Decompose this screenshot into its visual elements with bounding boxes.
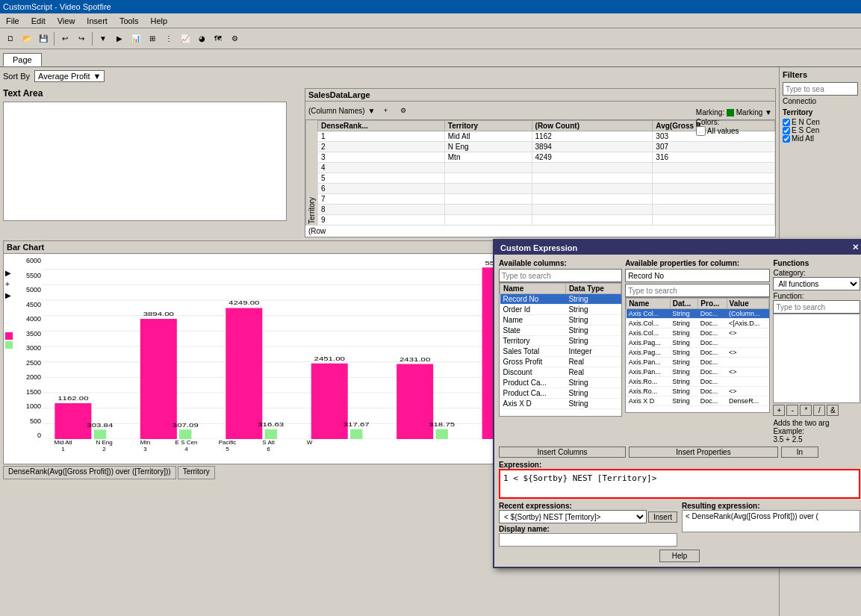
prop-row-9[interactable]: Axis X DStringDoc...DenseR... xyxy=(627,396,769,406)
toolbar-btn-undo[interactable]: ↩ xyxy=(57,31,72,46)
chart-icon-minus[interactable]: ▶ xyxy=(5,291,16,299)
avail-props-label: Available properties for column: xyxy=(625,259,770,267)
props-list[interactable]: Name Dat... Pro... Value Axis Col...Stri… xyxy=(625,297,770,413)
recent-insert-btn[interactable]: Insert xyxy=(648,511,677,523)
col-add-btn[interactable]: + xyxy=(378,103,393,118)
col-row-territory[interactable]: TerritoryString xyxy=(500,336,621,346)
col-row-orderid[interactable]: Order IdString xyxy=(500,305,621,315)
category-dropdown[interactable]: All functions xyxy=(773,277,860,290)
x-label-satl: S Atl6 xyxy=(248,439,289,452)
display-name-input[interactable] xyxy=(499,533,677,547)
function-list[interactable] xyxy=(773,314,860,403)
function-search-input[interactable] xyxy=(773,300,860,314)
help-btn[interactable]: Help xyxy=(659,550,700,562)
menu-bar: File Edit View Insert Tools Help xyxy=(0,13,861,28)
col-names-arrow[interactable]: ▼ xyxy=(368,107,376,115)
prop-search-input[interactable] xyxy=(625,284,770,297)
prop-row-0[interactable]: Axis Col...StringDoc...(Column... xyxy=(627,309,769,319)
column-list[interactable]: Name Data Type Record NoString Order IdS… xyxy=(499,282,622,417)
menu-insert[interactable]: Insert xyxy=(81,15,114,27)
column-search-input[interactable] xyxy=(499,269,622,282)
filter-cb-midat[interactable] xyxy=(783,135,790,143)
col-row-salestotal[interactable]: Sales TotalInteger xyxy=(500,346,621,357)
y-label-4500: 4500 xyxy=(26,301,41,308)
dialog-bottom-row: Recent expressions: < ${Sortby} NEST [Te… xyxy=(499,502,860,547)
sort-dropdown[interactable]: Average Profit ▼ xyxy=(34,70,105,82)
expression-input[interactable]: 1 < ${Sortby} NEST [Territory]> xyxy=(499,469,860,499)
toolbar-btn-mark[interactable]: ▶ xyxy=(112,31,127,46)
col-row-discount[interactable]: DiscountReal xyxy=(500,367,621,378)
toolbar-btn-filter[interactable]: ▼ xyxy=(96,31,111,46)
recent-dropdown[interactable]: < ${Sortby} NEST [Territory]> xyxy=(499,510,647,523)
prop-row-6[interactable]: Axis.Pan...StringDoc...<> xyxy=(627,367,769,377)
toolbar-btn-settings[interactable]: ⚙ xyxy=(227,31,242,46)
toolbar-btn-save[interactable]: 💾 xyxy=(36,31,51,46)
toolbar-btn-new[interactable]: 🗋 xyxy=(3,31,18,46)
insert-columns-btn[interactable]: Insert Columns xyxy=(499,447,626,458)
prop-row-3[interactable]: Axis.Pag...StringDoc... xyxy=(627,338,769,348)
col-row-name[interactable]: NameString xyxy=(500,315,621,326)
op-amp[interactable]: & xyxy=(827,405,839,416)
upper-sections: Text Area SalesDataLarge (Column Names) … xyxy=(3,88,776,237)
menu-edit[interactable]: Edit xyxy=(25,15,52,27)
prop-row-4[interactable]: Axis.Pag...StringDoc...<> xyxy=(627,348,769,358)
col-row-productca1[interactable]: Product Ca...String xyxy=(500,378,621,388)
dialog-help-row: Help xyxy=(499,550,860,562)
filter-cb-escen[interactable] xyxy=(783,127,790,134)
toolbar-btn-line[interactable]: 📈 xyxy=(178,31,193,46)
filter-cb-encen[interactable] xyxy=(783,119,790,126)
legend-green-box xyxy=(5,341,13,349)
in-btn[interactable]: In xyxy=(781,447,818,458)
toolbar: 🗋 📂 💾 ↩ ↪ ▼ ▶ 📊 ⊞ ⋮ 📈 ◕ 🗺 ⚙ xyxy=(0,28,861,49)
filter-item-encen: E N Cen xyxy=(783,118,858,126)
col-row-recordno[interactable]: Record NoString xyxy=(500,294,621,305)
resulting-expr-section: Resulting expression: < DenseRank(Avg([G… xyxy=(682,502,860,547)
sales-toolbar: (Column Names) ▼ + ⚙ Marking: Marking ▼ xyxy=(305,102,775,120)
toolbar-btn-table[interactable]: ⊞ xyxy=(145,31,160,46)
chart-icon-expand[interactable]: ▶ xyxy=(5,269,16,277)
col-row-productca2[interactable]: Product Ca...String xyxy=(500,388,621,399)
col-settings-btn[interactable]: ⚙ xyxy=(396,103,411,118)
column-names-label[interactable]: (Column Names) xyxy=(308,107,365,115)
prop-row-5[interactable]: Axis.Pan...StringDoc... xyxy=(627,358,769,367)
toolbar-btn-redo[interactable]: ↪ xyxy=(74,31,89,46)
dialog-close-icon[interactable]: ✕ xyxy=(852,243,859,252)
col-row-axisxd[interactable]: Axis X DString xyxy=(500,399,621,409)
op-minus[interactable]: - xyxy=(786,405,798,416)
op-multiply[interactable]: * xyxy=(800,405,812,416)
menu-file[interactable]: File xyxy=(0,15,25,27)
y-label-3000: 3000 xyxy=(26,344,41,352)
col-row-grossprofit[interactable]: Gross ProfitReal xyxy=(500,357,621,367)
bottom-tab-1[interactable]: DenseRank(Avg([Gross Profit])) over ([Te… xyxy=(3,466,176,479)
prop-column-input[interactable] xyxy=(625,269,770,282)
prop-row-1[interactable]: Axis.Col...StringDoc...<[Axis.D... xyxy=(627,319,769,329)
toolbar-btn-pie[interactable]: ◕ xyxy=(194,31,209,46)
toolbar-btn-open[interactable]: 📂 xyxy=(19,31,34,46)
col-row-state[interactable]: StateString xyxy=(500,326,621,336)
prop-row-8[interactable]: Axis.Ro...StringDoc...<> xyxy=(627,387,769,396)
filters-title: Filters xyxy=(783,70,858,79)
bar-pacific-green xyxy=(435,429,447,439)
insert-props-btn[interactable]: Insert Properties xyxy=(629,447,778,458)
filter-search-input[interactable] xyxy=(783,82,858,96)
bar-mtn-pink xyxy=(226,308,262,439)
title-text: CustomScript - Video Spotfire xyxy=(3,2,111,11)
chart-icon-plus[interactable]: + xyxy=(5,280,16,288)
all-values-label[interactable]: All values xyxy=(696,126,772,136)
page-tab-page[interactable]: Page xyxy=(3,53,42,66)
toolbar-btn-chart[interactable]: 📊 xyxy=(128,31,143,46)
menu-help[interactable]: Help xyxy=(145,15,174,27)
all-values-checkbox[interactable] xyxy=(696,126,706,136)
menu-tools[interactable]: Tools xyxy=(114,15,145,27)
bar-neng-pink-label: 3894.00 xyxy=(143,311,174,317)
op-divide[interactable]: / xyxy=(813,405,825,416)
prop-row-7[interactable]: Axis.Ro...StringDoc... xyxy=(627,377,769,387)
toolbar-btn-map[interactable]: 🗺 xyxy=(211,31,226,46)
prop-row-2[interactable]: Axis.Col...StringDoc...<> xyxy=(627,329,769,338)
toolbar-btn-scatter[interactable]: ⋮ xyxy=(161,31,176,46)
bar-mtn-green xyxy=(265,429,277,439)
example-section: Example: 3.5 + 2.5 xyxy=(773,427,860,444)
menu-view[interactable]: View xyxy=(52,15,81,27)
bottom-tab-2[interactable]: Territory xyxy=(178,466,215,479)
op-plus[interactable]: + xyxy=(773,405,785,416)
